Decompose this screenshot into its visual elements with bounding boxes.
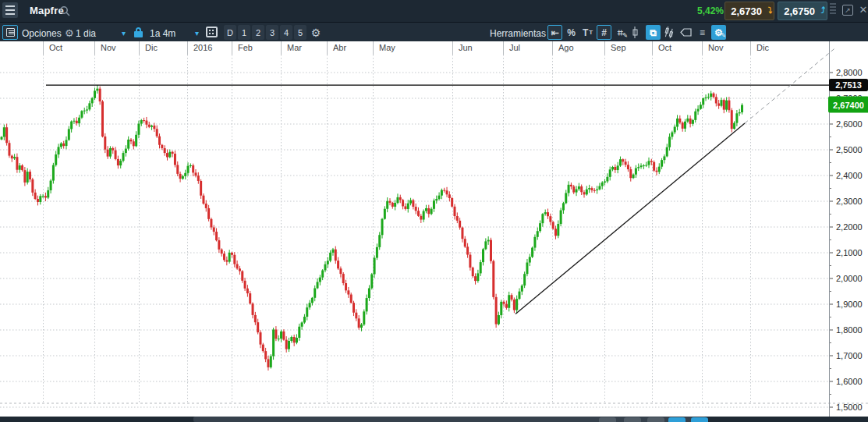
candle-body: [427, 208, 430, 214]
pattern-candles-tool-icon[interactable]: [662, 25, 677, 40]
scrollbar-button[interactable]: [599, 417, 616, 422]
candle-body: [350, 295, 353, 303]
candle-body: [260, 332, 262, 345]
candle-body: [70, 122, 73, 129]
period-button-1[interactable]: 1: [238, 25, 250, 40]
candlestick-chart-canvas[interactable]: 2,80002,70002,60002,50002,40002,30002,20…: [0, 41, 868, 417]
list-icon: [6, 28, 15, 37]
candle-body: [244, 281, 246, 289]
buy-price-button[interactable]: 2,6750 ⤴: [778, 2, 827, 20]
restore-window-icon[interactable]: ↗: [842, 5, 853, 16]
candle-body: [707, 97, 710, 98]
candle-body: [477, 273, 479, 281]
candle-body: [464, 239, 466, 246]
candle-body: [601, 183, 604, 186]
y-axis-tick-label: 2,4000: [836, 171, 863, 180]
candle-body: [55, 154, 57, 165]
candlestick-tool-icon[interactable]: [629, 25, 644, 40]
sketch-grid-tool-icon[interactable]: ⌗✎: [613, 25, 628, 40]
candle-body: [112, 148, 114, 151]
candle-body: [739, 112, 741, 113]
candle-body: [249, 293, 251, 303]
opciones-gear-icon[interactable]: ⚙: [65, 27, 74, 39]
candle-body: [396, 197, 399, 203]
chart-pane[interactable]: OctNovDic2016FebMarAbrMayJunJulAgoSepOct…: [0, 41, 868, 417]
grid-tool-icon[interactable]: #: [597, 25, 611, 40]
candle-body: [526, 263, 528, 275]
chevron-down-icon[interactable]: ▾: [122, 29, 126, 37]
period-button-5[interactable]: 5: [294, 25, 306, 40]
sell-price-button[interactable]: 2,6730 ⤵: [725, 2, 774, 20]
chart-scrollbar[interactable]: [0, 417, 868, 422]
candle-body: [347, 290, 349, 294]
candle-body: [42, 196, 44, 197]
candle-body: [374, 258, 376, 275]
candle-body: [728, 101, 730, 111]
candle-body: [301, 322, 303, 326]
candle-body: [363, 311, 365, 324]
draw-settings-tool-icon[interactable]: ⚙✎: [711, 25, 726, 40]
drag-grip-icon[interactable]: [830, 3, 836, 19]
scrollbar-zoom-button[interactable]: [668, 417, 686, 422]
candle-body: [539, 223, 541, 231]
candle-body: [133, 141, 135, 146]
lock-icon[interactable]: [134, 27, 143, 37]
candle-body: [168, 152, 171, 158]
candle-body: [521, 285, 523, 292]
calendar-icon[interactable]: [206, 27, 218, 37]
candle-body: [215, 232, 218, 240]
percent-tool-icon[interactable]: %: [564, 25, 579, 40]
scrollbar-button[interactable]: [647, 417, 664, 422]
candle-body: [684, 122, 686, 129]
candle-body: [415, 207, 417, 211]
change-percent: 5,42%: [686, 5, 724, 16]
candle-body: [705, 98, 707, 98]
sell-price-value: 2,6730: [731, 5, 762, 17]
y-axis-tick-label: 2,3000: [836, 197, 863, 206]
period-button-3[interactable]: 3: [266, 25, 278, 40]
candle-body: [617, 165, 619, 170]
text-tool-icon[interactable]: TT: [580, 25, 595, 40]
period-button-2[interactable]: 2: [252, 25, 264, 40]
candle-body: [446, 190, 448, 194]
candle-body: [231, 253, 233, 255]
hamburger-menu-button[interactable]: [2, 2, 18, 18]
opciones-label[interactable]: Opciones: [22, 28, 62, 39]
candle-body: [262, 345, 264, 351]
panel-list-button[interactable]: [2, 25, 18, 40]
levels-tool-icon[interactable]: ≡: [695, 25, 710, 40]
candle-body: [68, 129, 70, 140]
chart-settings-gear-icon[interactable]: ⚙: [309, 25, 323, 40]
timeframe-dropdown[interactable]: 1 dia: [76, 28, 96, 39]
candle-body: [50, 181, 52, 190]
scrollbar-zoom-button[interactable]: [691, 417, 708, 422]
period-button-4[interactable]: 4: [280, 25, 292, 40]
candle-body: [58, 147, 60, 154]
search-icon[interactable]: [59, 5, 70, 16]
candle-body: [179, 174, 182, 179]
chevron-down-icon[interactable]: ▾: [195, 29, 199, 37]
price-tag-tool-icon[interactable]: [678, 25, 693, 40]
candle-body: [210, 219, 212, 228]
candle-body: [321, 271, 324, 278]
candle-body: [282, 332, 285, 340]
candle-body: [533, 237, 536, 248]
candle-body: [482, 249, 484, 262]
range-dropdown[interactable]: 1a 4m: [150, 28, 175, 39]
hamburger-bar: [5, 13, 15, 15]
candle-body: [130, 140, 133, 141]
close-icon[interactable]: ✕: [857, 4, 868, 16]
candle-body: [519, 292, 521, 299]
period-button-D[interactable]: D: [224, 25, 236, 40]
candle-body: [668, 137, 671, 147]
candle-body: [151, 126, 153, 127]
layout-tool-icon[interactable]: ⧉: [646, 25, 661, 40]
sell-arrow-icon: ⤵: [768, 5, 773, 15]
candle-body: [423, 211, 425, 220]
pointer-back-tool-icon[interactable]: ⇤: [547, 25, 562, 40]
candle-body: [598, 186, 601, 190]
scrollbar-button[interactable]: [624, 417, 641, 422]
candle-body: [547, 212, 549, 216]
candle-body: [172, 152, 174, 154]
candle-body: [78, 118, 80, 123]
